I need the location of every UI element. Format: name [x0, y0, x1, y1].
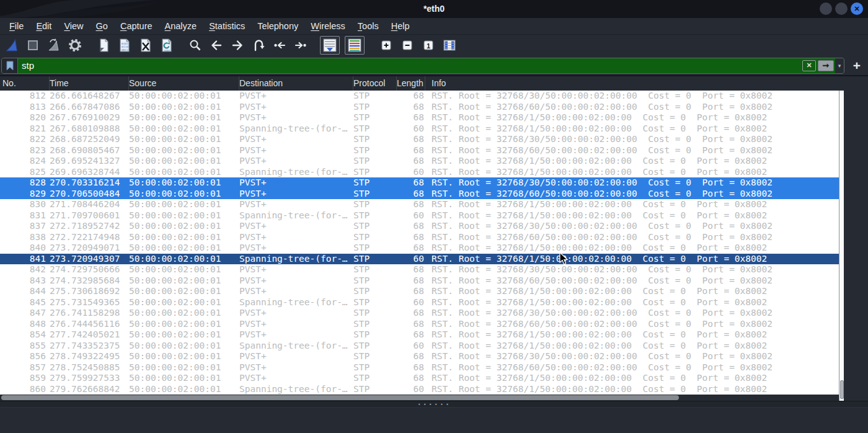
- resize-columns-button[interactable]: [440, 37, 459, 54]
- packet-row[interactable]: 843274.73298568450:00:00:02:00:01PVST+ST…: [0, 275, 839, 287]
- close-file-button[interactable]: [136, 37, 155, 54]
- horizontal-scrollbar-thumb[interactable]: [1, 395, 679, 400]
- pane-splitter[interactable]: ▪ ▪ ▪ ▪ ▪ ▪: [0, 401, 868, 407]
- packet-row[interactable]: 845275.73154936550:00:00:02:00:01Spannin…: [0, 297, 839, 308]
- packet-row[interactable]: 837272.71895274250:00:00:02:00:01PVST+ST…: [0, 221, 839, 232]
- resize-columns-icon: [442, 38, 457, 53]
- packet-row[interactable]: 840273.72094907150:00:00:02:00:01PVST+ST…: [0, 243, 839, 254]
- go-back-button[interactable]: [207, 37, 226, 54]
- filter-apply-button[interactable]: ➞: [818, 60, 834, 71]
- mouse-cursor: [559, 252, 569, 266]
- display-filter-input[interactable]: [18, 58, 802, 73]
- filter-bar: ✕ ➞ ▾ +: [0, 56, 868, 76]
- column-header-info[interactable]: Info: [425, 76, 844, 91]
- menu-edit[interactable]: Edit: [30, 18, 58, 35]
- maximize-button[interactable]: [835, 2, 848, 15]
- go-forward-button[interactable]: [228, 37, 247, 54]
- save-file-icon: 010101100011: [117, 38, 132, 53]
- packet-row[interactable]: 859279.75992753350:00:00:02:00:01PVST+ST…: [0, 373, 839, 384]
- menu-tools[interactable]: Tools: [352, 18, 385, 35]
- menu-capture[interactable]: Capture: [114, 18, 159, 35]
- packet-row[interactable]: 860279.76266884250:00:00:02:00:01Spannin…: [0, 384, 839, 395]
- packet-row[interactable]: 825269.69632874450:00:00:02:00:01Spannin…: [0, 167, 839, 178]
- packet-row[interactable]: 812266.66164826750:00:00:02:00:01PVST+ST…: [0, 91, 839, 102]
- packet-row[interactable]: 824269.69524132750:00:00:02:00:01PVST+ST…: [0, 156, 839, 167]
- column-header-source[interactable]: Source: [129, 76, 239, 91]
- packet-row[interactable]: 820267.67691002950:00:00:02:00:01PVST+ST…: [0, 112, 839, 123]
- auto-scroll-button[interactable]: [320, 36, 340, 55]
- column-header-protocol[interactable]: Protocol: [353, 76, 397, 91]
- menu-help[interactable]: Help: [385, 18, 416, 35]
- stop-capture-button[interactable]: [24, 37, 42, 54]
- column-header-length[interactable]: Length: [397, 76, 425, 91]
- packet-row[interactable]: 838272.72217494850:00:00:02:00:01PVST+ST…: [0, 232, 839, 243]
- packet-row[interactable]: 856278.74932249550:00:00:02:00:01PVST+ST…: [0, 351, 839, 362]
- u-turn-arrow-icon: [251, 38, 266, 53]
- zoom-100-icon: 1: [421, 38, 436, 53]
- table-right-margin: [844, 76, 868, 401]
- packet-row[interactable]: 842274.72975066650:00:00:02:00:01PVST+ST…: [0, 264, 839, 275]
- find-packet-button[interactable]: [186, 37, 205, 54]
- filter-dropdown-caret[interactable]: ▾: [835, 58, 844, 73]
- shark-fin-icon: [4, 38, 19, 53]
- menu-go[interactable]: Go: [90, 18, 114, 35]
- packet-row[interactable]: 823268.69080546750:00:00:02:00:01PVST+ST…: [0, 145, 839, 156]
- title-bar[interactable]: *eth0 ✕: [0, 0, 868, 18]
- packet-table-header: No. Time Source Destination Protocol Len…: [0, 76, 844, 91]
- filter-bookmark-button[interactable]: [2, 58, 18, 73]
- close-file-icon: [138, 38, 153, 53]
- column-header-time[interactable]: Time: [50, 76, 129, 91]
- menu-file[interactable]: File: [3, 18, 30, 35]
- arrow-to-last-icon: [293, 38, 308, 53]
- zoom-out-button[interactable]: [398, 37, 417, 54]
- packet-row[interactable]: 854277.74240502150:00:00:02:00:01PVST+ST…: [0, 329, 839, 341]
- reload-file-button[interactable]: 0101: [157, 37, 176, 54]
- capture-options-button[interactable]: [66, 37, 84, 54]
- column-header-no[interactable]: No.: [0, 76, 50, 91]
- save-file-button[interactable]: 010101100011: [115, 37, 134, 54]
- go-last-packet-button[interactable]: [291, 37, 310, 54]
- packet-row[interactable]: 844275.73061869250:00:00:02:00:01PVST+ST…: [0, 286, 839, 297]
- menu-wireless[interactable]: Wireless: [304, 18, 352, 35]
- zoom-100-button[interactable]: 1: [419, 37, 438, 54]
- zoom-out-icon: [400, 38, 415, 53]
- packet-row[interactable]: 828270.70331621450:00:00:02:00:01PVST+ST…: [0, 177, 839, 189]
- auto-scroll-icon: [322, 38, 337, 53]
- start-capture-button[interactable]: [2, 37, 21, 54]
- column-header-destination[interactable]: Destination: [239, 76, 353, 91]
- colorize-icon: [347, 38, 362, 53]
- open-file-button[interactable]: [94, 37, 113, 54]
- packet-row[interactable]: 829270.70650048450:00:00:02:00:01PVST+ST…: [0, 189, 839, 200]
- packet-row[interactable]: 821267.68010988850:00:00:02:00:01Spannin…: [0, 123, 839, 135]
- bookmark-icon: [6, 61, 14, 71]
- go-first-packet-button[interactable]: [270, 37, 289, 54]
- horizontal-scrollbar[interactable]: [0, 395, 839, 401]
- zoom-in-button[interactable]: [377, 37, 396, 54]
- minimize-button[interactable]: [820, 2, 832, 15]
- packet-row[interactable]: 813266.66784708650:00:00:02:00:01PVST+ST…: [0, 102, 839, 113]
- svg-text:1: 1: [427, 42, 430, 50]
- packet-row[interactable]: 855277.74335237550:00:00:02:00:01Spannin…: [0, 341, 839, 352]
- packet-row[interactable]: 848276.74445611650:00:00:02:00:01PVST+ST…: [0, 319, 839, 330]
- window-title: *eth0: [0, 0, 868, 18]
- menu-analyze[interactable]: Analyze: [159, 18, 203, 35]
- packet-row[interactable]: 857278.75245088550:00:00:02:00:01PVST+ST…: [0, 362, 839, 373]
- go-to-packet-button[interactable]: [249, 37, 268, 54]
- packet-row[interactable]: 847276.74115829850:00:00:02:00:01PVST+ST…: [0, 308, 839, 319]
- open-file-icon: [96, 38, 111, 53]
- packet-row[interactable]: 841273.72094930750:00:00:02:00:01Spannin…: [0, 254, 839, 265]
- menu-view[interactable]: View: [58, 18, 89, 35]
- close-button[interactable]: ✕: [851, 2, 863, 15]
- main-toolbar: 010101100011 0101: [0, 35, 868, 56]
- restart-capture-button[interactable]: [45, 37, 63, 54]
- colorize-packets-button[interactable]: [345, 36, 365, 55]
- packet-row[interactable]: 831271.70970060150:00:00:02:00:01Spannin…: [0, 210, 839, 221]
- vertical-scrollbar[interactable]: [839, 91, 844, 401]
- filter-add-button[interactable]: +: [848, 58, 866, 73]
- menu-telephony[interactable]: Telephony: [251, 18, 304, 35]
- vertical-scrollbar-thumb[interactable]: [840, 380, 844, 399]
- packet-row[interactable]: 822268.68725204950:00:00:02:00:01PVST+ST…: [0, 134, 839, 145]
- packet-row[interactable]: 830271.70844620450:00:00:02:00:01PVST+ST…: [0, 199, 839, 210]
- filter-clear-button[interactable]: ✕: [802, 60, 816, 71]
- menu-statistics[interactable]: Statistics: [203, 18, 251, 35]
